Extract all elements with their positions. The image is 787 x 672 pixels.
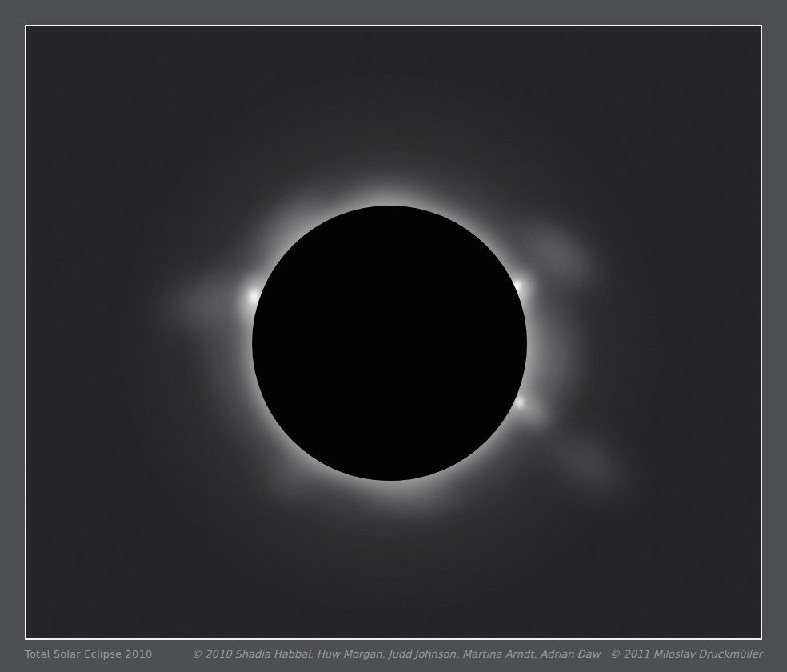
caption-bar: Total Solar Eclipse 2010 © 2010 Shadia H… bbox=[25, 646, 762, 663]
photo-title: Total Solar Eclipse 2010 bbox=[25, 646, 152, 663]
credit-photographers: © 2010 Shadia Habbal, Huw Morgan, Judd J… bbox=[191, 646, 600, 663]
credit-processing: © 2011 Miloslav Druckmüller bbox=[609, 646, 762, 663]
moon-disk bbox=[252, 206, 527, 481]
corona-streamer-lower-right bbox=[497, 386, 676, 539]
eclipse-photo-frame bbox=[25, 25, 762, 640]
eclipse-photo bbox=[26, 26, 761, 638]
page-background: { "colors": { "page-bg": "#4d4f53", "fra… bbox=[0, 0, 787, 672]
prominence-spot-lower-right bbox=[516, 397, 524, 408]
photo-credits: © 2010 Shadia Habbal, Huw Morgan, Judd J… bbox=[191, 646, 762, 663]
